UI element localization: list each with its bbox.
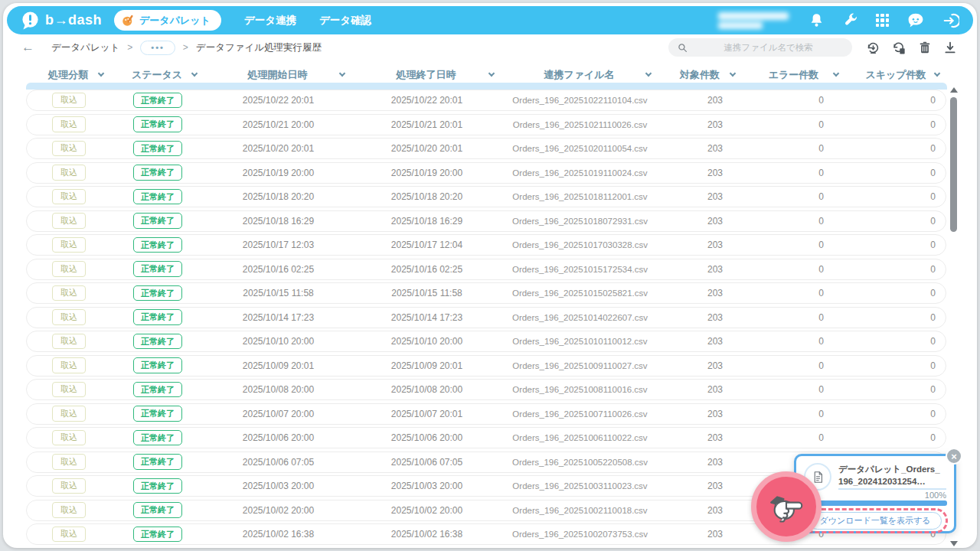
- chevron-down-icon[interactable]: [730, 70, 736, 77]
- category-cell: 取込: [27, 213, 111, 228]
- column-header-end[interactable]: 処理終了日時: [351, 67, 501, 83]
- pointing-hand-icon: [766, 486, 807, 527]
- user-account-name-redacted: [718, 11, 791, 31]
- file-name-cell: Orders_196_20251022110104.csv: [501, 96, 658, 105]
- scrollbar-down-arrow[interactable]: [950, 541, 958, 546]
- chat-mascot-icon[interactable]: [906, 11, 925, 30]
- column-header-file[interactable]: 連携ファイル名: [501, 67, 658, 83]
- skip-count-cell: 0: [846, 119, 947, 130]
- file-name-cell: Orders_196_20251002073753.csv: [501, 530, 658, 539]
- table-row[interactable]: 取込正常終了2025/10/09 20:012025/10/09 20:01Or…: [26, 355, 946, 377]
- history-download-icon[interactable]: [866, 41, 880, 55]
- notification-bell-icon[interactable]: [808, 12, 825, 28]
- back-arrow[interactable]: ←: [21, 40, 34, 55]
- file-name-cell: Orders_196_20251007110026.csv: [501, 409, 658, 419]
- table-row[interactable]: 取込正常終了2025/10/18 20:202025/10/18 20:20Or…: [26, 186, 946, 207]
- category-badge: 取込: [52, 334, 86, 349]
- category-cell: 取込: [27, 285, 111, 301]
- breadcrumb-toolbar: ← データパレット > ••• > データファイル処理実行履歴: [12, 37, 968, 58]
- category-badge: 取込: [52, 285, 86, 301]
- status-cell: 正常終了: [111, 116, 204, 132]
- table-row[interactable]: 取込正常終了2025/10/18 16:292025/10/18 16:29Or…: [26, 210, 946, 232]
- target-count-cell: 203: [658, 505, 743, 516]
- skip-count-cell: 0: [846, 312, 947, 323]
- history-copy-icon[interactable]: [892, 41, 906, 55]
- category-cell: 取込: [27, 261, 111, 276]
- chevron-down-icon[interactable]: [191, 70, 198, 77]
- skip-count-cell: 0: [846, 336, 947, 347]
- apps-grid-icon[interactable]: [876, 14, 889, 27]
- status-cell: 正常終了: [111, 478, 204, 494]
- file-name-cell: Orders_196_20251021110026.csv: [501, 120, 658, 129]
- nav-item-data-kakunin[interactable]: データ確認: [319, 14, 371, 28]
- file-name-cell: Orders_196_20251008110016.csv: [501, 385, 658, 394]
- table-row[interactable]: 取込正常終了2025/10/07 20:002025/10/07 20:01Or…: [26, 403, 946, 425]
- target-count-cell: 203: [658, 457, 743, 468]
- column-header-status[interactable]: ステータス: [110, 67, 204, 83]
- status-badge: 正常終了: [133, 93, 182, 108]
- category-cell: 取込: [27, 116, 111, 132]
- table-row[interactable]: 取込正常終了2025/10/16 02:252025/10/16 02:25Or…: [26, 259, 946, 280]
- table-row[interactable]: 取込正常終了2025/10/15 11:582025/10/15 11:58Or…: [26, 282, 946, 304]
- category-badge: 取込: [52, 261, 86, 276]
- end-datetime-cell: 2025/10/08 20:00: [352, 384, 501, 395]
- skip-count-cell: 0: [846, 384, 947, 395]
- column-header-start[interactable]: 処理開始日時: [204, 67, 351, 83]
- trash-icon[interactable]: [918, 41, 932, 54]
- start-datetime-cell: 2025/10/10 20:00: [204, 336, 352, 347]
- search-box[interactable]: [668, 38, 852, 57]
- end-datetime-cell: 2025/10/02 20:00: [352, 505, 501, 516]
- table-row[interactable]: 取込正常終了2025/10/06 20:002025/10/06 20:00Or…: [26, 427, 946, 448]
- end-datetime-cell: 2025/10/02 16:38: [352, 529, 501, 540]
- category-cell: 取込: [27, 382, 111, 397]
- chevron-down-icon[interactable]: [488, 70, 495, 77]
- status-cell: 正常終了: [111, 334, 204, 349]
- show-download-list-button[interactable]: ダウンロード一覧を表示する: [808, 512, 941, 530]
- download-progress-bar: [803, 500, 947, 506]
- settings-wrench-icon[interactable]: [842, 12, 858, 28]
- product-pill-data-palette[interactable]: データパレット: [114, 10, 221, 31]
- start-datetime-cell: 2025/10/07 20:00: [204, 409, 352, 419]
- breadcrumb-collapsed-button[interactable]: •••: [140, 41, 175, 55]
- chevron-down-icon[interactable]: [339, 70, 345, 77]
- category-badge: 取込: [52, 93, 86, 108]
- close-icon[interactable]: ×: [946, 448, 962, 465]
- error-count-cell: 0: [743, 264, 846, 275]
- logout-icon[interactable]: [942, 12, 959, 29]
- status-cell: 正常終了: [111, 141, 204, 156]
- chevron-down-icon[interactable]: [833, 70, 839, 77]
- table-row[interactable]: 取込正常終了2025/10/22 20:012025/10/22 20:01Or…: [26, 90, 946, 111]
- column-header-category[interactable]: 処理分類: [26, 67, 110, 83]
- table-row[interactable]: 取込正常終了2025/10/17 12:032025/10/17 12:04Or…: [26, 234, 946, 256]
- skip-count-cell: 0: [846, 264, 947, 275]
- status-badge: 正常終了: [133, 527, 182, 542]
- start-datetime-cell: 2025/10/18 16:29: [204, 216, 352, 227]
- target-count-cell: 203: [658, 264, 743, 275]
- table-row[interactable]: 取込正常終了2025/10/10 20:002025/10/10 20:00Or…: [26, 331, 946, 352]
- file-name-cell: Orders_196_20251003110023.csv: [501, 481, 658, 491]
- target-count-cell: 203: [658, 360, 743, 371]
- status-badge: 正常終了: [133, 261, 182, 276]
- search-input[interactable]: [694, 43, 843, 52]
- table-row[interactable]: 取込正常終了2025/10/08 20:002025/10/08 20:00Or…: [26, 379, 946, 400]
- chevron-down-icon[interactable]: [98, 70, 104, 77]
- column-header-error-count[interactable]: エラー件数: [742, 67, 845, 83]
- column-header-skip-count[interactable]: スキップ件数: [845, 67, 946, 83]
- chevron-down-icon[interactable]: [645, 70, 652, 77]
- scrollbar-up-arrow[interactable]: [950, 87, 958, 93]
- category-badge: 取込: [52, 237, 86, 253]
- breadcrumb-current: データファイル処理実行履歴: [196, 41, 322, 54]
- download-icon[interactable]: [943, 41, 957, 54]
- table-row[interactable]: 取込正常終了2025/10/19 20:002025/10/19 20:00Or…: [26, 162, 946, 184]
- chevron-down-icon[interactable]: [934, 70, 940, 77]
- document-icon: [812, 471, 825, 484]
- column-header-target-count[interactable]: 対象件数: [658, 67, 742, 83]
- scrollbar-thumb[interactable]: [950, 97, 957, 232]
- status-badge: 正常終了: [133, 165, 182, 180]
- breadcrumb-level1[interactable]: データパレット: [51, 41, 119, 54]
- table-row[interactable]: 取込正常終了2025/10/20 20:012025/10/20 20:01Or…: [26, 138, 946, 159]
- nav-item-data-renkei[interactable]: データ連携: [244, 14, 296, 28]
- table-row[interactable]: 取込正常終了2025/10/21 20:002025/10/21 20:01Or…: [26, 114, 946, 135]
- bdash-logo[interactable]: b→dash: [21, 11, 102, 30]
- table-row[interactable]: 取込正常終了2025/10/14 17:232025/10/14 17:23Or…: [26, 307, 946, 328]
